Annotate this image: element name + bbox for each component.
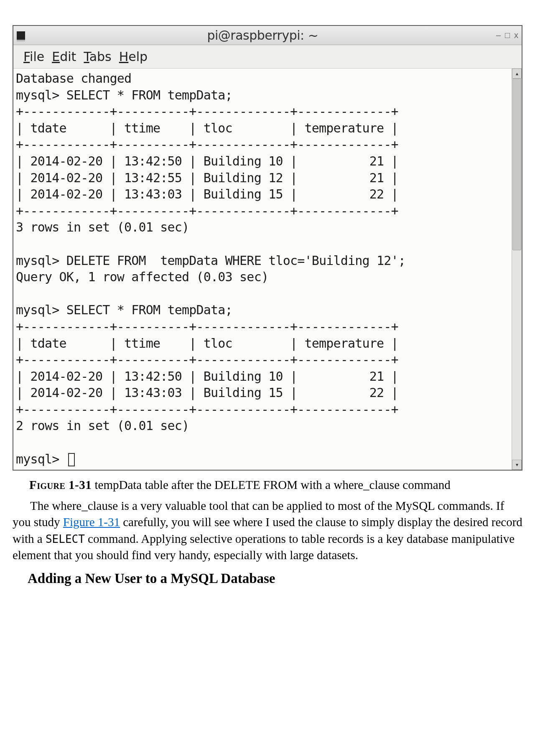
close-button[interactable]: x [514,31,518,40]
terminal-window: pi@raspberrypi: ~ – □ x File Edit Tabs H… [13,25,522,471]
table1-border: +------------+----------+-------------+-… [16,137,398,152]
text-cursor [68,453,75,466]
menu-tabs[interactable]: Tabs [84,49,111,64]
table1-row: | 2014-02-20 | 13:43:03 | Building 15 | … [16,187,398,201]
table2-summary: 2 rows in set (0.01 sec) [16,418,189,433]
scroll-track[interactable] [512,79,522,460]
minimize-button[interactable]: – [496,31,501,40]
table1-row: | 2014-02-20 | 13:42:55 | Building 12 | … [16,171,398,185]
body-paragraph: The where_clause is a very valuable tool… [13,498,522,563]
menubar: File Edit Tabs Help [13,45,522,69]
vertical-scrollbar[interactable]: ▴ ▾ [512,69,522,470]
table2-row: | 2014-02-20 | 13:43:03 | Building 15 | … [16,385,398,400]
menu-help[interactable]: Help [119,49,148,64]
app-icon [17,31,25,40]
line-select-2: mysql> SELECT * FROM tempData; [16,303,232,317]
table1-row: | 2014-02-20 | 13:42:50 | Building 10 | … [16,154,398,168]
scroll-up-button[interactable]: ▴ [512,69,522,79]
scroll-down-button[interactable]: ▾ [512,460,522,470]
table2-border: +------------+----------+-------------+-… [16,319,398,334]
table2-border: +------------+----------+-------------+-… [16,402,398,417]
figure-caption: Figure 1-31 tempData table after the DEL… [29,478,522,492]
table1-summary: 3 rows in set (0.01 sec) [16,220,189,234]
terminal-output[interactable]: Database changed mysql> SELECT * FROM te… [13,69,512,470]
figure-caption-text: tempData table after the DELETE FROM wit… [92,478,450,491]
para-text-3: command. Applying selective operations t… [13,532,515,562]
table2-row: | 2014-02-20 | 13:42:50 | Building 10 | … [16,369,398,384]
line-db-changed: Database changed [16,71,131,86]
line-delete: mysql> DELETE FROM tempData WHERE tloc='… [16,253,405,268]
mysql-prompt: mysql> [16,452,66,466]
table2-header: | tdate | ttime | tloc | temperature | [16,336,398,351]
section-heading: Adding a New User to a MySQL Database [28,571,522,586]
inline-code: SELECT [46,533,85,545]
menu-file[interactable]: File [23,49,44,64]
figure-label: Figure 1-31 [29,478,92,491]
window-title: pi@raspberrypi: ~ [29,28,496,43]
menu-edit[interactable]: Edit [52,49,76,64]
table1-border: +------------+----------+-------------+-… [16,104,398,119]
table1-border: +------------+----------+-------------+-… [16,204,398,218]
figure-link[interactable]: Figure 1-31 [63,515,120,529]
line-delete-result: Query OK, 1 row affected (0.03 sec) [16,270,268,284]
line-select-1: mysql> SELECT * FROM tempData; [16,88,232,102]
scroll-thumb[interactable] [512,79,521,250]
table2-border: +------------+----------+-------------+-… [16,352,398,367]
window-titlebar: pi@raspberrypi: ~ – □ x [13,26,522,45]
table1-header: | tdate | ttime | tloc | temperature | [16,121,398,135]
maximize-button[interactable]: □ [505,31,510,40]
